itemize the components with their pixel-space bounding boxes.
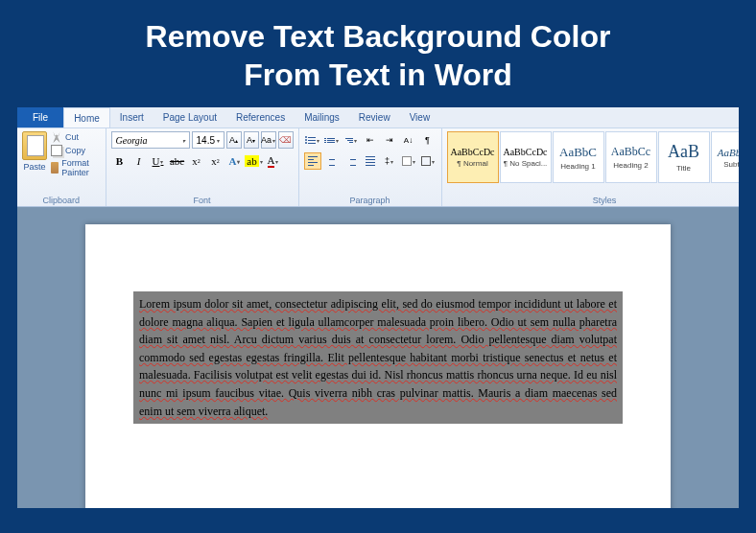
style-normal[interactable]: AaBbCcDc¶ Normal — [447, 131, 499, 183]
style-subtitle[interactable]: AaBbCc.Subtitle — [711, 131, 739, 183]
chevron-down-icon: ▾ — [217, 137, 220, 144]
show-marks-button[interactable]: ¶ — [419, 131, 437, 149]
document-area[interactable]: Lorem ipsum dolor sit amet, consectetur … — [17, 207, 739, 508]
borders-button[interactable]: ▾ — [419, 152, 437, 170]
chevron-down-icon: ▾ — [275, 158, 278, 165]
banner-line1: Remove Text Background Color — [0, 17, 756, 56]
highlighted-text-block[interactable]: Lorem ipsum dolor sit amet, consectetur … — [133, 291, 623, 424]
style-preview: AaBbCcDc — [450, 147, 494, 157]
word-window: File Home Insert Page Layout References … — [17, 107, 739, 508]
style-title[interactable]: AaBTitle — [658, 131, 710, 183]
multilevel-list-button[interactable]: ▾ — [343, 131, 360, 149]
shrink-font-button[interactable]: A▾ — [244, 131, 259, 149]
superscript-button[interactable]: x2 — [207, 152, 224, 170]
font-name-select[interactable]: Georgia▾ — [111, 131, 190, 149]
style-label: Heading 1 — [560, 162, 595, 171]
tab-file[interactable]: File — [17, 107, 63, 127]
chevron-down-icon: ▾ — [413, 158, 415, 165]
clear-formatting-button[interactable]: ⌫ — [278, 131, 294, 149]
group-clipboard: Paste Cut Copy Format Painter Clipboard — [17, 128, 106, 206]
scissors-icon — [51, 131, 62, 143]
decrease-indent-button[interactable]: ⇤ — [362, 131, 379, 149]
copy-icon — [51, 145, 62, 156]
bullets-button[interactable]: ▾ — [304, 131, 321, 149]
chevron-down-icon: ▾ — [354, 137, 357, 144]
chevron-down-icon: ▾ — [260, 158, 263, 165]
chevron-down-icon: ▾ — [160, 158, 163, 165]
ribbon-tabs: File Home Insert Page Layout References … — [17, 107, 739, 128]
copy-label: Copy — [65, 146, 85, 155]
align-left-button[interactable] — [304, 152, 321, 170]
style-label: Heading 2 — [613, 161, 648, 170]
banner-title: Remove Text Background Color From Text i… — [0, 0, 756, 107]
font-group-label: Font — [111, 195, 294, 205]
align-center-button[interactable] — [323, 152, 341, 170]
tab-mailings[interactable]: Mailings — [295, 107, 349, 127]
tab-references[interactable]: References — [226, 107, 295, 127]
style-heading1[interactable]: AaBbCHeading 1 — [553, 131, 604, 183]
cut-label: Cut — [65, 132, 79, 142]
shading-button[interactable]: ▾ — [400, 152, 417, 170]
tab-view[interactable]: View — [400, 107, 440, 127]
sort-button[interactable]: A↓ — [400, 131, 417, 149]
group-font: Georgia▾ 14.5▾ A▴ A▾ Aa▾ ⌫ B I U▾ abc x2… — [106, 128, 299, 206]
chevron-down-icon: ▾ — [432, 158, 435, 165]
tab-home[interactable]: Home — [63, 107, 110, 127]
justify-button[interactable] — [362, 152, 379, 170]
group-paragraph: ▾ ▾ ▾ ⇤ ⇥ A↓ ¶ ‡▾ ▾ ▾ Para — [299, 128, 442, 206]
style-no-spacing[interactable]: AaBbCcDc¶ No Spaci... — [500, 131, 552, 183]
chevron-down-icon: ▾ — [182, 137, 185, 144]
italic-button[interactable]: I — [130, 152, 148, 170]
paragraph-group-label: Paragraph — [304, 195, 437, 205]
style-preview: AaB — [668, 142, 699, 162]
font-size-select[interactable]: 14.5▾ — [192, 131, 224, 149]
underline-button[interactable]: U▾ — [150, 152, 167, 170]
numbering-button[interactable]: ▾ — [323, 131, 341, 149]
style-label: Title — [676, 164, 691, 173]
clipboard-group-label: Clipboard — [22, 195, 101, 205]
banner-line2: From Text in Word — [0, 56, 756, 94]
style-preview: AaBbC — [559, 145, 597, 160]
copy-button[interactable]: Copy — [51, 145, 101, 156]
brush-icon — [51, 162, 59, 174]
styles-gallery[interactable]: AaBbCcDc¶ Normal AaBbCcDc¶ No Spaci... A… — [447, 131, 739, 183]
paste-button[interactable]: Paste — [22, 131, 47, 172]
style-label: Subtitle — [723, 160, 739, 169]
change-case-button[interactable]: Aa▾ — [261, 131, 276, 149]
format-painter-button[interactable]: Format Painter — [51, 158, 101, 177]
line-spacing-button[interactable]: ‡▾ — [381, 152, 398, 170]
chevron-down-icon: ▾ — [336, 137, 339, 144]
text-effects-button[interactable]: A▾ — [226, 152, 244, 170]
style-heading2[interactable]: AaBbCcHeading 2 — [605, 131, 657, 183]
paste-label: Paste — [23, 162, 45, 172]
chevron-down-icon: ▾ — [390, 158, 393, 165]
style-label: ¶ No Spaci... — [504, 159, 548, 168]
chevron-down-icon: ▾ — [272, 137, 275, 144]
chevron-down-icon: ▾ — [237, 158, 240, 165]
tab-review[interactable]: Review — [349, 107, 400, 127]
style-preview: AaBbCc. — [718, 147, 739, 158]
subscript-button[interactable]: x2 — [188, 152, 205, 170]
style-label: ¶ Normal — [457, 159, 487, 168]
bold-button[interactable]: B — [111, 152, 129, 170]
ribbon: Paste Cut Copy Format Painter Clipboard … — [17, 128, 739, 207]
style-preview: AaBbCcDc — [503, 147, 547, 157]
strikethrough-button[interactable]: abc — [169, 152, 186, 170]
tab-page-layout[interactable]: Page Layout — [154, 107, 226, 127]
align-right-button[interactable] — [343, 152, 360, 170]
styles-group-label: Styles — [447, 195, 739, 205]
page[interactable]: Lorem ipsum dolor sit amet, consectetur … — [85, 224, 671, 508]
grow-font-button[interactable]: A▴ — [226, 131, 242, 149]
increase-indent-button[interactable]: ⇥ — [381, 131, 398, 149]
format-painter-label: Format Painter — [61, 158, 100, 177]
group-styles: AaBbCcDc¶ Normal AaBbCcDc¶ No Spaci... A… — [442, 128, 739, 206]
font-name-value: Georgia — [116, 135, 148, 146]
cut-button[interactable]: Cut — [51, 131, 101, 143]
chevron-down-icon: ▾ — [317, 137, 319, 144]
font-color-button[interactable]: A▾ — [265, 152, 282, 170]
document-text[interactable]: Lorem ipsum dolor sit amet, consectetur … — [139, 297, 617, 418]
highlight-button[interactable]: ab▾ — [246, 152, 263, 170]
tab-insert[interactable]: Insert — [110, 107, 154, 127]
font-size-value: 14.5 — [197, 135, 215, 146]
style-preview: AaBbCc — [611, 145, 650, 159]
